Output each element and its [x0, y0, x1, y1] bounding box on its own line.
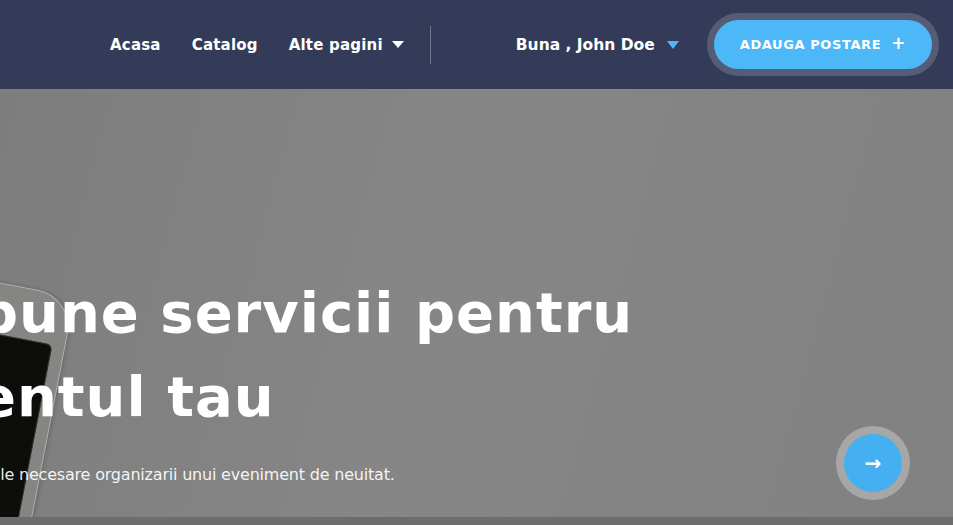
nav-item-catalog[interactable]: Catalog	[192, 36, 258, 54]
navbar-divider	[430, 26, 431, 64]
arrow-right-icon: →	[865, 451, 882, 475]
hero-title-line1: bune servicii pentru	[0, 271, 633, 355]
top-navbar: Acasa Catalog Alte pagini Buna , John Do…	[0, 0, 953, 89]
main-nav: Acasa Catalog Alte pagini	[110, 36, 404, 54]
plus-icon: +	[891, 35, 906, 52]
hero-title-line2: entul tau	[0, 355, 633, 439]
nav-item-label: Acasa	[110, 36, 161, 54]
nav-item-alte-pagini[interactable]: Alte pagini	[289, 36, 404, 54]
hero-section: bune servicii pentru entul tau ile neces…	[0, 89, 953, 525]
hero-bottom-edge	[0, 517, 953, 525]
nav-item-acasa[interactable]: Acasa	[110, 36, 161, 54]
next-slide-button[interactable]: →	[844, 434, 902, 492]
next-slide-button-ring: →	[836, 426, 910, 500]
add-post-button-ring: ADAUGA POSTARE +	[707, 13, 939, 76]
user-greeting-dropdown[interactable]: Buna , John Doe	[516, 36, 679, 54]
chevron-down-icon	[667, 41, 679, 49]
add-post-label: ADAUGA POSTARE	[740, 37, 881, 52]
nav-item-label: Catalog	[192, 36, 258, 54]
hero-title: bune servicii pentru entul tau	[0, 271, 633, 439]
chevron-down-icon	[392, 41, 404, 48]
add-post-button[interactable]: ADAUGA POSTARE +	[714, 20, 932, 69]
hero-subtitle: ile necesare organizarii unui eveniment …	[0, 465, 395, 484]
user-greeting-label: Buna , John Doe	[516, 36, 655, 54]
nav-item-label: Alte pagini	[289, 36, 383, 54]
